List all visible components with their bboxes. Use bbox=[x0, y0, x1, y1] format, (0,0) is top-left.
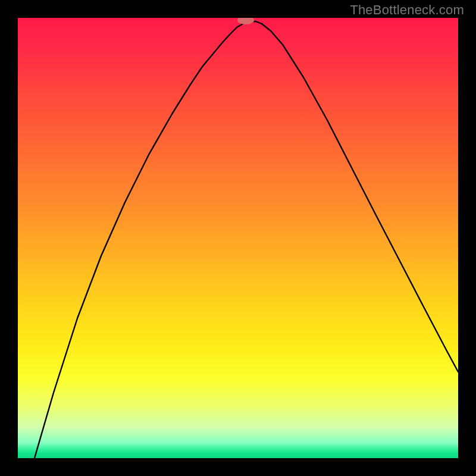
bottleneck-curve bbox=[35, 21, 458, 458]
watermark-text: TheBottleneck.com bbox=[350, 2, 464, 18]
optimum-marker bbox=[237, 18, 254, 24]
chart-frame: TheBottleneck.com bbox=[0, 0, 476, 476]
plot-area bbox=[18, 18, 458, 458]
curve-svg bbox=[18, 18, 458, 458]
